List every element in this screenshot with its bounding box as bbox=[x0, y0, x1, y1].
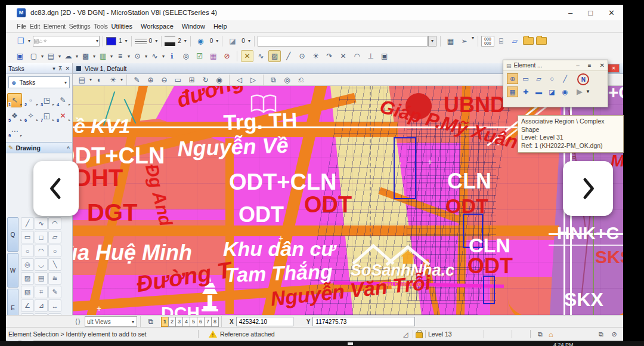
previous-image-button[interactable] bbox=[33, 161, 79, 216]
menu-item-element[interactable]: Element bbox=[44, 23, 66, 30]
minimize-button[interactable]: – bbox=[568, 8, 572, 17]
perpendicular-icon[interactable]: ⊥ bbox=[364, 50, 377, 62]
point-clouds-icon[interactable]: ☁ bbox=[62, 50, 75, 62]
flag-icon[interactable]: ▱ bbox=[509, 35, 521, 47]
popup-title-bar[interactable]: ▤ Element ... – ≡ ✕ bbox=[503, 60, 608, 71]
rotate-view-icon[interactable]: ↻ bbox=[199, 74, 212, 86]
manage-view-groups-icon[interactable]: ⧉ bbox=[144, 316, 157, 328]
drawing-tool-3-3[interactable]: ▧ bbox=[21, 286, 34, 298]
menu-item-file[interactable]: File bbox=[17, 23, 26, 30]
task-tool-8[interactable]: ✕8▸ bbox=[55, 109, 70, 123]
view-toggle-8[interactable]: 8 bbox=[211, 317, 219, 327]
dropdown-arrow-icon[interactable]: ▾ bbox=[110, 54, 113, 59]
class-dropdown-icon[interactable]: ▾ bbox=[216, 38, 218, 44]
panel-close-icon[interactable]: ✕ bbox=[65, 66, 70, 72]
dropdown-arrow-icon[interactable]: ▾ bbox=[472, 35, 474, 47]
menu-item-tools[interactable]: Tools bbox=[94, 23, 107, 30]
pin-icon[interactable]: ⊼ bbox=[58, 66, 63, 72]
task-tool-1[interactable]: ↖1▸ bbox=[7, 93, 22, 107]
level-manager-icon[interactable]: ≡ bbox=[114, 50, 126, 62]
dropdown-arrow-icon[interactable]: ▾ bbox=[89, 77, 92, 82]
modify-curve-icon[interactable]: ∿ bbox=[255, 50, 267, 62]
element-tool-popup[interactable]: ▤ Element ... – ≡ ✕ ⊕▭▱○╱ ▦✚▬◪◉ N ▶ ▼ bbox=[503, 60, 608, 107]
circle-center-icon[interactable]: ⊙ bbox=[296, 50, 308, 62]
raster-manager-icon[interactable]: ▤ bbox=[45, 50, 57, 62]
close-button[interactable]: ✕ bbox=[608, 8, 615, 17]
element-info-icon[interactable]: ∿ bbox=[148, 50, 161, 62]
do-not-disturb-icon[interactable]: ⊘ bbox=[609, 330, 619, 338]
x-coordinate-input[interactable] bbox=[236, 317, 293, 326]
view-close-icon[interactable]: ✕ bbox=[608, 64, 620, 73]
popup-menu-icon[interactable]: ≡ bbox=[588, 62, 592, 69]
drawing-tool-0-2[interactable]: ◠ bbox=[48, 217, 61, 230]
rectangle-method-icon[interactable]: ▭ bbox=[520, 73, 531, 84]
drawing-tool-3-0[interactable]: ▨ bbox=[21, 272, 34, 285]
clip-mask-icon[interactable]: ⎌ bbox=[295, 74, 307, 86]
handles-icon[interactable]: ▣ bbox=[378, 50, 391, 62]
drawing-tool-2-2[interactable]: ◡ bbox=[35, 258, 48, 271]
break-element-icon[interactable]: ✕ bbox=[337, 50, 349, 62]
menu-item-utilities[interactable]: Utilities bbox=[112, 23, 132, 30]
pan-view-icon[interactable]: ◉ bbox=[213, 74, 225, 86]
drawing-tool-4-1[interactable]: ✎ bbox=[48, 286, 61, 298]
circle-method-icon[interactable]: ○ bbox=[546, 73, 558, 84]
level-display-icon[interactable]: ⊙ bbox=[131, 50, 144, 62]
drawing-tool-2-0[interactable]: ○ bbox=[48, 245, 61, 257]
drawing-tool-1-3[interactable]: ◠ bbox=[35, 245, 48, 257]
tasks-panel-header[interactable]: Tasks ▾ ⊼ ✕ bbox=[6, 63, 72, 74]
drawing-tool-3-1[interactable]: ▤ bbox=[35, 272, 48, 285]
view-previous-icon[interactable]: ◁ bbox=[233, 74, 246, 86]
drawing-tool-3-2[interactable]: ≋ bbox=[48, 272, 61, 285]
lock-icon[interactable] bbox=[416, 332, 423, 338]
task-tool-9[interactable]: ⋯9▸ bbox=[7, 124, 22, 138]
fit-view-icon[interactable]: ⊞ bbox=[185, 74, 198, 86]
no-association-icon[interactable]: N bbox=[577, 73, 589, 85]
drawing-tool-0-1[interactable]: ∿ bbox=[35, 217, 48, 230]
difference-icon[interactable]: ▬ bbox=[533, 86, 544, 97]
dropdown-arrow-icon[interactable]: ▾ bbox=[162, 54, 165, 59]
maximize-button[interactable]: □ bbox=[588, 8, 593, 17]
hatch-fill-icon[interactable]: ▦ bbox=[507, 86, 518, 97]
home-workmode-icon[interactable]: ⌂ bbox=[546, 330, 556, 339]
menu-item-workspace[interactable]: Workspace bbox=[141, 23, 174, 30]
place-fence-icon[interactable]: ▦ bbox=[444, 35, 457, 47]
window-area-icon[interactable]: ▭ bbox=[172, 74, 184, 86]
drawing-tool-1-1[interactable]: ▱ bbox=[48, 231, 61, 243]
copy-view-icon[interactable]: ⧉ bbox=[267, 74, 280, 86]
keyin-dropdown-icon[interactable]: ▾ bbox=[428, 36, 436, 47]
y-coordinate-input[interactable] bbox=[312, 317, 415, 326]
transparency-icon[interactable]: ◪ bbox=[226, 35, 239, 47]
union-icon[interactable]: ✚ bbox=[520, 86, 531, 97]
transparency-dropdown-icon[interactable]: ▾ bbox=[248, 38, 250, 44]
arc-modify-icon[interactable]: ↷ bbox=[323, 50, 336, 62]
points-icon[interactable]: ☀ bbox=[309, 50, 322, 62]
menu-item-settings[interactable]: Settings bbox=[69, 23, 91, 30]
weight-dropdown-icon[interactable]: ▾ bbox=[184, 38, 187, 44]
dropdown-arrow-icon[interactable]: ▾ bbox=[58, 54, 61, 59]
task-tool-5[interactable]: ❖5▸ bbox=[7, 109, 22, 123]
reference-warning-icon[interactable] bbox=[209, 330, 217, 338]
snap-mode-icon[interactable]: ◿ bbox=[401, 330, 410, 338]
references-icon[interactable]: ▢ bbox=[27, 50, 40, 62]
drawing-tool-4-0[interactable]: ⌗ bbox=[35, 286, 48, 298]
taskbar-button[interactable] bbox=[348, 342, 353, 345]
active-color-swatch[interactable] bbox=[106, 37, 116, 45]
drawing-tool-1-2[interactable]: ○ bbox=[21, 245, 34, 257]
menu-item-help[interactable]: Help bbox=[213, 23, 227, 30]
view-group-dropdown[interactable]: ult Views ▾ bbox=[85, 316, 137, 327]
project-explorer-icon[interactable]: ◎ bbox=[179, 50, 192, 62]
line-method-icon[interactable]: ╱ bbox=[559, 73, 571, 84]
color-dropdown-icon[interactable]: ▾ bbox=[125, 38, 128, 44]
dropdown-arrow-icon[interactable]: ▾ bbox=[128, 54, 130, 59]
key-in-box[interactable] bbox=[258, 36, 428, 47]
drawing-tool-0-0[interactable]: ╱ bbox=[21, 217, 34, 230]
drawing-tool-4-2[interactable]: ∠ bbox=[21, 299, 34, 312]
parallelogram-method-icon[interactable]: ▱ bbox=[533, 73, 544, 84]
view-next-icon[interactable]: ▷ bbox=[247, 74, 259, 86]
dropdown-arrow-icon[interactable]: ▾ bbox=[28, 38, 30, 44]
update-view-icon[interactable]: ✎ bbox=[131, 74, 143, 86]
view-group-icon[interactable]: ⟨⟩ bbox=[72, 316, 84, 328]
dropdown-arrow-icon[interactable]: ▾ bbox=[76, 54, 78, 59]
tasks-dropdown[interactable]: ☻ Tasks ▾ bbox=[8, 76, 70, 88]
drawing-tool-5-0[interactable]: ↔ bbox=[48, 299, 61, 312]
